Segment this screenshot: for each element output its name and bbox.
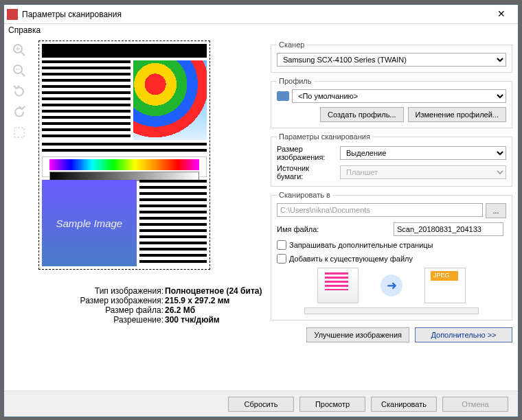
scanner-group: Сканер Samsung SCX-4100 Series (TWAIN): [271, 40, 512, 73]
left-toolbar: [7, 40, 32, 388]
titlebar: Параметры сканирования ✕: [4, 5, 518, 24]
preview-button[interactable]: Просмотр: [299, 397, 365, 412]
ask-more-label: Запрашивать дополнительные страницы: [289, 241, 433, 249]
scan-params-legend: Параметры сканирования: [277, 132, 372, 141]
scan-to-group: Сканировать в ... Имя файла: Запрашивать…: [271, 191, 512, 320]
filename-field[interactable]: [394, 222, 503, 236]
scan-button[interactable]: Сканировать: [371, 397, 437, 412]
progress-bar: [304, 307, 479, 314]
svg-line-5: [21, 73, 25, 76]
scanner-legend: Сканер: [277, 40, 306, 49]
menu-help[interactable]: Справка: [8, 25, 41, 35]
svg-rect-7: [14, 128, 24, 137]
info-size-value: 215.9 x 297.2 мм: [163, 296, 230, 305]
scan-path-field: [277, 203, 483, 217]
dialog-body: Sample Image Тип изображения:Полноцветно…: [4, 38, 518, 390]
image-size-label: Размер изображения:: [277, 145, 336, 161]
preview-column: Sample Image Тип изображения:Полноцветно…: [32, 40, 271, 388]
paper-source-label: Источник бумаги:: [277, 164, 336, 180]
reset-button[interactable]: Сбросить: [228, 397, 294, 412]
append-label: Добавить к существующему файлу: [289, 255, 413, 263]
enhance-button[interactable]: Улучшение изображения: [306, 327, 409, 342]
edit-profiles-button[interactable]: Изменение профилей...: [408, 107, 506, 122]
scanner-icon: [317, 268, 359, 303]
image-size-select[interactable]: Выделение: [340, 146, 506, 160]
filename-label: Имя файла:: [277, 225, 387, 233]
settings-column: Сканер Samsung SCX-4100 Series (TWAIN) П…: [271, 40, 512, 388]
sample-image-label: Sample Image: [42, 180, 137, 266]
crop-icon[interactable]: [12, 126, 26, 139]
ask-more-input[interactable]: [277, 240, 286, 250]
scan-to-legend: Сканировать в: [277, 191, 332, 199]
ask-more-checkbox[interactable]: Запрашивать дополнительные страницы: [277, 240, 506, 250]
scan-preview[interactable]: Sample Image: [38, 40, 210, 270]
jpeg-icon: [424, 268, 466, 303]
info-file-label: Размер файла:: [32, 305, 163, 315]
browse-button[interactable]: ...: [486, 203, 506, 218]
info-res-label: Разрешение:: [32, 315, 163, 325]
info-size-label: Размер изображения:: [32, 296, 163, 305]
info-res-value: 300 тчк/дюйм: [163, 315, 220, 325]
dialog-footer: Сбросить Просмотр Сканировать Отмена: [4, 390, 518, 417]
append-input[interactable]: [277, 254, 286, 264]
window-title: Параметры сканирования: [22, 10, 488, 19]
more-button[interactable]: Дополнительно >>: [415, 327, 512, 342]
zoom-in-icon[interactable]: [12, 43, 26, 57]
rotate-left-icon[interactable]: [12, 84, 26, 98]
menubar: Справка: [4, 24, 518, 38]
svg-line-1: [21, 52, 25, 56]
rotate-right-icon[interactable]: [12, 105, 26, 119]
profile-group: Профиль <По умолчанию> Создать профиль..…: [271, 77, 512, 128]
info-file-value: 26.2 Мб: [163, 305, 195, 315]
scan-params-group: Параметры сканирования Размер изображени…: [271, 132, 512, 187]
profile-legend: Профиль: [277, 77, 314, 85]
scanner-select[interactable]: Samsung SCX-4100 Series (TWAIN): [277, 53, 506, 67]
arrow-right-icon: ➜: [381, 275, 402, 296]
zoom-out-icon[interactable]: [12, 64, 26, 78]
app-icon: [7, 9, 18, 20]
action-row: Улучшение изображения Дополнительно >>: [271, 325, 512, 344]
image-info: Тип изображения:Полноцветное (24 бита) Р…: [32, 286, 271, 325]
flow-diagram: ➜: [277, 266, 506, 305]
info-type-value: Полноцветное (24 бита): [163, 286, 262, 296]
profile-select[interactable]: <По умолчанию>: [292, 89, 506, 103]
create-profile-button[interactable]: Создать профиль...: [320, 107, 404, 122]
cancel-button: Отмена: [442, 397, 508, 412]
append-checkbox[interactable]: Добавить к существующему файлу: [277, 254, 506, 264]
disk-icon: [277, 91, 289, 101]
paper-source-select: Планшет: [340, 165, 506, 179]
info-type-label: Тип изображения:: [32, 286, 163, 296]
scan-settings-window: Параметры сканирования ✕ Справка: [3, 4, 519, 417]
close-button[interactable]: ✕: [488, 5, 515, 23]
